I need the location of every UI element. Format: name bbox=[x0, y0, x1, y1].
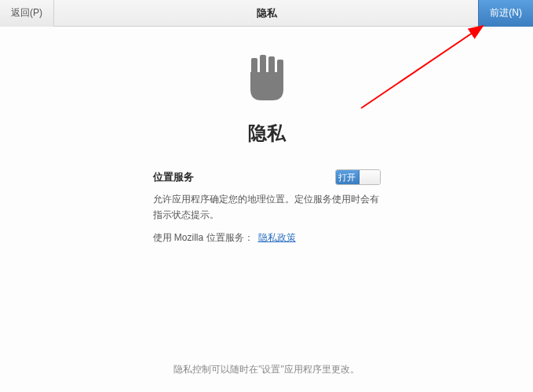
header-title: 隐私 bbox=[257, 6, 277, 20]
toggle-knob bbox=[360, 170, 379, 184]
back-button[interactable]: 返回(P) bbox=[0, 0, 54, 27]
svg-rect-2 bbox=[268, 56, 275, 74]
page-title: 隐私 bbox=[248, 121, 286, 146]
location-services-label: 位置服务 bbox=[153, 170, 194, 184]
location-services-toggle[interactable]: 打开 bbox=[335, 169, 381, 185]
footer-text: 隐私控制可以随时在"设置"应用程序里更改。 bbox=[0, 363, 533, 376]
location-services-section: 位置服务 打开 允许应用程序确定您的地理位置。定位服务使用时会有指示状态提示。 … bbox=[153, 169, 381, 245]
privacy-hand-icon bbox=[239, 50, 294, 105]
content-area: 隐私 位置服务 打开 允许应用程序确定您的地理位置。定位服务使用时会有指示状态提… bbox=[0, 27, 533, 392]
header-bar: 返回(P) 隐私 前进(N) bbox=[0, 0, 533, 27]
privacy-policy-link[interactable]: 隐私政策 bbox=[258, 232, 296, 243]
toggle-on-label: 打开 bbox=[336, 170, 360, 184]
mozilla-text: 使用 Mozilla 位置服务： bbox=[153, 232, 254, 243]
svg-rect-0 bbox=[251, 58, 257, 74]
svg-rect-3 bbox=[277, 60, 283, 74]
mozilla-service-line: 使用 Mozilla 位置服务：隐私政策 bbox=[153, 231, 381, 245]
location-description: 允许应用程序确定您的地理位置。定位服务使用时会有指示状态提示。 bbox=[153, 191, 381, 223]
forward-button[interactable]: 前进(N) bbox=[478, 0, 533, 27]
svg-rect-1 bbox=[260, 55, 266, 74]
